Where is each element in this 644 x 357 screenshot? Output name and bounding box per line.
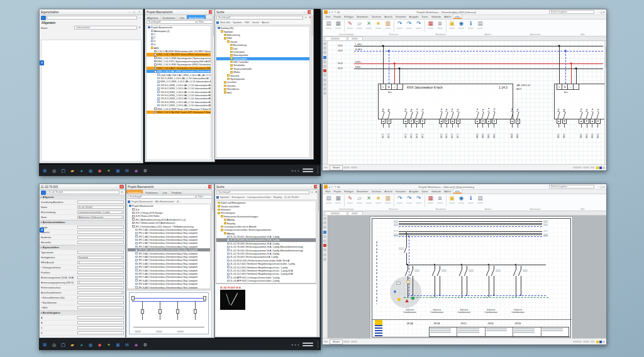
- form-row[interactable]: • REG: [40, 305, 125, 310]
- search-input[interactable]: [216, 16, 303, 19]
- taskbar-app-icon[interactable]: ⚙: [142, 341, 149, 348]
- status-toggle[interactable]: [602, 341, 605, 343]
- breadcrumb-segment[interactable]: 45: [176, 200, 180, 203]
- ribbon-tab[interactable]: Ausgabe: [408, 189, 420, 194]
- tray-icon[interactable]: ◖: [297, 169, 299, 172]
- output-channel[interactable]: F▲ ▲ /08.2: [475, 104, 480, 138]
- ribbon-tool-icon[interactable]: ★: [374, 195, 383, 207]
- tree-row[interactable]: 2F2.6-A3 | Verteilereinbau (Verteilerein…: [128, 285, 210, 288]
- tool-icon[interactable]: [323, 221, 326, 224]
- document-tab[interactable]: [348, 211, 363, 215]
- ribbon-tool-icon[interactable]: ▥: [383, 195, 392, 207]
- tab[interactable]: Betriebsmittel: [187, 15, 206, 19]
- ribbon-tab[interactable]: Zeichnen: [370, 189, 383, 194]
- taskbar-app-icon[interactable]: ✦: [106, 167, 113, 174]
- ribbon-tab[interactable]: Ausgabe: [408, 14, 420, 19]
- breadcrumb-segment[interactable]: Symbole: [232, 21, 242, 24]
- warning-triangle-icon[interactable]: [405, 299, 409, 302]
- window-titlebar[interactable]: 2L-02-76-003 – ✕: [40, 184, 125, 190]
- field-value[interactable]: [77, 326, 124, 330]
- tab[interactable]: Orte: [177, 15, 187, 19]
- ribbon-tool-icon[interactable]: ▤: [475, 20, 485, 33]
- field-value[interactable]: [77, 241, 124, 244]
- name-combobox[interactable]: Jalousieaktor: [74, 26, 137, 30]
- form-row[interactable]: Verfügbarkeit Standard: [40, 255, 125, 260]
- form-row[interactable]: • Steckklemme: [40, 300, 125, 305]
- taskbar-app-icon[interactable]: ◎: [51, 167, 58, 174]
- close-icon[interactable]: ✕: [119, 185, 124, 189]
- layout-tab[interactable]: [351, 167, 357, 168]
- breadcrumb-segment[interactable]: KNX: [244, 21, 250, 24]
- ribbon-tool-icon[interactable]: ▤: [324, 20, 333, 33]
- tab[interactable]: Funktionen: [161, 15, 178, 19]
- output-channel[interactable]: C▲ ▲ /07.4: [414, 104, 419, 138]
- tool-icon[interactable]: [323, 65, 326, 68]
- tool-icon[interactable]: [323, 235, 326, 238]
- feeder-group[interactable]: ◂ JalousieCombination 2F2B: [423, 265, 450, 327]
- ribbon-tool-icon[interactable]: ◉: [457, 195, 466, 207]
- taskbar-app-icon[interactable]: ◎: [51, 341, 58, 348]
- minimize-icon[interactable]: –: [309, 185, 313, 189]
- canvas-scrollbar[interactable]: [604, 41, 606, 164]
- breadcrumb-segment[interactable]: Alle Betriebsmittel: [155, 200, 175, 203]
- taskbar-app-icon[interactable]: ◕: [78, 341, 85, 348]
- terminal-cell[interactable]: -: [397, 84, 403, 90]
- form-row[interactable]: • Teilungseinheiten: [40, 265, 125, 270]
- breadcrumb-segment[interactable]: Projekt Baumansicht: [131, 200, 153, 203]
- show-desktop-button[interactable]: [318, 341, 319, 348]
- ribbon-tool-icon[interactable]: ℹ: [466, 20, 475, 33]
- form-row[interactable]: D: [40, 331, 125, 336]
- ribbon-tool-icon[interactable]: ℹ: [466, 195, 475, 207]
- green-dot-icon[interactable]: [411, 297, 414, 300]
- taskbar-clock[interactable]: [303, 168, 313, 172]
- object-field[interactable]: [47, 16, 137, 19]
- status-toggle[interactable]: [602, 167, 605, 169]
- tool-icon[interactable]: [323, 231, 326, 234]
- wire-L[interactable]: [354, 46, 603, 47]
- tool-icon[interactable]: [323, 239, 326, 243]
- model-tab[interactable]: Model: [330, 165, 343, 170]
- field-value[interactable]: Standard: [77, 256, 124, 260]
- layout-tab[interactable]: [343, 167, 350, 168]
- tool-icon[interactable]: [323, 79, 326, 82]
- filter-field[interactable]: Filter: [197, 20, 213, 24]
- breadcrumb-segment[interactable]: Einpolig: [273, 196, 282, 199]
- field-value[interactable]: [77, 306, 124, 310]
- taskbar-app-icon[interactable]: ✦: [106, 341, 113, 348]
- show-desktop-button[interactable]: [318, 167, 319, 174]
- form-row[interactable]: Länge: [40, 225, 125, 230]
- document-tab[interactable]: [348, 36, 363, 40]
- search-field[interactable]: Suchbegriff: [147, 20, 196, 24]
- field-value[interactable]: [77, 226, 124, 229]
- chevron-down-icon[interactable]: ▾: [138, 26, 142, 30]
- breadcrumb-segment[interactable]: Werk (45): [219, 21, 231, 24]
- tool-icon[interactable]: [323, 56, 326, 59]
- output-channel[interactable]: B▲ ▲ /08.6: [579, 104, 584, 138]
- form-row[interactable]: Name 2L-02-76-003: [40, 205, 125, 210]
- taskbar-app-icon[interactable]: ▣: [114, 341, 121, 348]
- ribbon-tool-icon[interactable]: ▣: [447, 195, 457, 207]
- filter-field[interactable]: Filter: [196, 195, 213, 199]
- ribbon-tab[interactable]: Verwalten: [394, 189, 408, 194]
- sheet-canvas[interactable]: ◂ JalousieCombination 2F2A: [328, 216, 606, 338]
- ribbon-tool-icon[interactable]: ≣: [435, 20, 445, 33]
- tool-icon[interactable]: [323, 47, 326, 50]
- ribbon-tab[interactable]: Bearbeiten: [355, 189, 370, 194]
- tool-icon[interactable]: [323, 92, 326, 95]
- monitor-icon[interactable]: [396, 282, 401, 285]
- field-value[interactable]: [77, 271, 124, 275]
- output-channel[interactable]: C▲ ▲ /09.2: [590, 104, 595, 138]
- window-titlebar[interactable]: Projekt Baumansicht – ✕: [126, 184, 214, 190]
- taskbar-app-icon[interactable]: ✉: [124, 167, 131, 174]
- ribbon-tab[interactable]: Projekt: [332, 14, 343, 19]
- breadcrumb-segment[interactable]: Leitungsschutzschalter: [247, 196, 272, 199]
- browse-icon[interactable]: …: [138, 16, 142, 19]
- article-field[interactable]: 2L-02-76-003: [47, 190, 119, 194]
- tree-row[interactable]: KNX_1.14.5-TA | KNX Taster (UP) Glastast…: [147, 111, 211, 114]
- window-titlebar[interactable]: Suche – ✕: [215, 184, 319, 190]
- ribbon-tool-icon[interactable]: [446, 20, 447, 32]
- output-channel[interactable]: H▼ ▼ /08.5: [515, 104, 520, 138]
- tool-icon[interactable]: [323, 69, 326, 72]
- ribbon-tool-icon[interactable]: ▦: [333, 195, 343, 207]
- window-controls[interactable]: –▢✕: [598, 11, 605, 14]
